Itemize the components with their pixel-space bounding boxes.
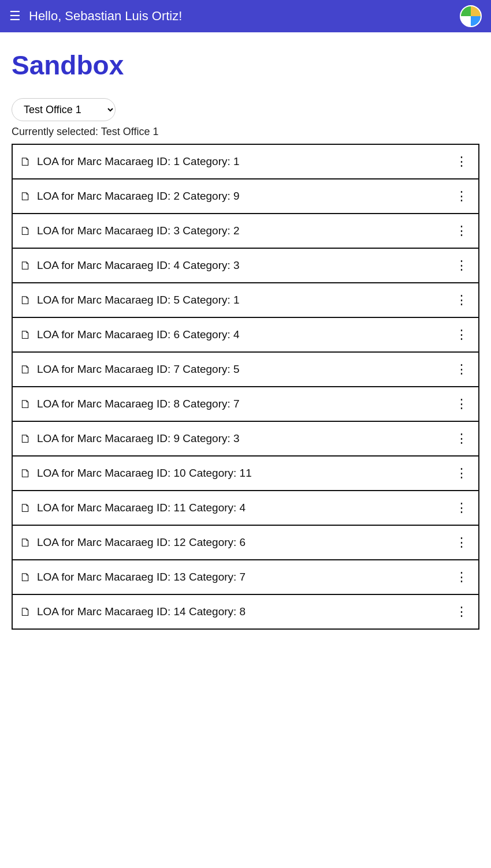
document-label: LOA for Marc Macaraeg ID: 10 Category: 1… <box>37 467 252 480</box>
document-menu-icon[interactable]: ⋮ <box>452 257 471 274</box>
document-menu-icon[interactable]: ⋮ <box>452 153 471 170</box>
list-item[interactable]: 🗋LOA for Marc Macaraeg ID: 4 Category: 3… <box>13 249 478 283</box>
document-label: LOA for Marc Macaraeg ID: 14 Category: 8 <box>37 605 246 618</box>
document-menu-icon[interactable]: ⋮ <box>452 465 471 482</box>
document-icon: 🗋 <box>20 398 31 411</box>
list-item[interactable]: 🗋LOA for Marc Macaraeg ID: 11 Category: … <box>13 491 478 526</box>
document-icon: 🗋 <box>20 502 31 515</box>
page-title: Sandbox <box>12 50 479 81</box>
document-icon: 🗋 <box>20 536 31 549</box>
document-menu-icon[interactable]: ⋮ <box>452 222 471 240</box>
list-item[interactable]: 🗋LOA for Marc Macaraeg ID: 1 Category: 1… <box>13 145 478 179</box>
doc-left: 🗋LOA for Marc Macaraeg ID: 5 Category: 1 <box>20 294 240 307</box>
document-label: LOA for Marc Macaraeg ID: 7 Category: 5 <box>37 363 240 376</box>
page-content: Sandbox Test Office 1 Test Office 2 Test… <box>0 32 491 641</box>
document-label: LOA for Marc Macaraeg ID: 9 Category: 3 <box>37 432 240 445</box>
document-label: LOA for Marc Macaraeg ID: 6 Category: 4 <box>37 328 240 341</box>
document-icon: 🗋 <box>20 155 31 169</box>
header-left: ☰ Hello, Sebastian Luis Ortiz! <box>9 9 182 24</box>
document-icon: 🗋 <box>20 190 31 203</box>
doc-left: 🗋LOA for Marc Macaraeg ID: 1 Category: 1 <box>20 155 240 169</box>
doc-left: 🗋LOA for Marc Macaraeg ID: 9 Category: 3 <box>20 432 240 446</box>
document-menu-icon[interactable]: ⋮ <box>452 361 471 378</box>
doc-left: 🗋LOA for Marc Macaraeg ID: 11 Category: … <box>20 502 246 515</box>
list-item[interactable]: 🗋LOA for Marc Macaraeg ID: 14 Category: … <box>13 595 478 630</box>
document-label: LOA for Marc Macaraeg ID: 8 Category: 7 <box>37 398 240 410</box>
list-item[interactable]: 🗋LOA for Marc Macaraeg ID: 13 Category: … <box>13 560 478 595</box>
doc-left: 🗋LOA for Marc Macaraeg ID: 2 Category: 9 <box>20 190 240 203</box>
document-menu-icon[interactable]: ⋮ <box>452 534 471 551</box>
doc-left: 🗋LOA for Marc Macaraeg ID: 13 Category: … <box>20 571 246 584</box>
hamburger-icon[interactable]: ☰ <box>9 10 21 23</box>
document-icon: 🗋 <box>20 328 31 342</box>
document-menu-icon[interactable]: ⋮ <box>452 291 471 309</box>
app-header: ☰ Hello, Sebastian Luis Ortiz! <box>0 0 491 32</box>
document-icon: 🗋 <box>20 225 31 238</box>
document-icon: 🗋 <box>20 467 31 480</box>
document-label: LOA for Marc Macaraeg ID: 2 Category: 9 <box>37 190 240 203</box>
document-label: LOA for Marc Macaraeg ID: 13 Category: 7 <box>37 571 246 583</box>
list-item[interactable]: 🗋LOA for Marc Macaraeg ID: 12 Category: … <box>13 526 478 560</box>
document-label: LOA for Marc Macaraeg ID: 5 Category: 1 <box>37 294 240 306</box>
doc-left: 🗋LOA for Marc Macaraeg ID: 14 Category: … <box>20 605 246 619</box>
document-menu-icon[interactable]: ⋮ <box>452 326 471 343</box>
document-menu-icon[interactable]: ⋮ <box>452 499 471 517</box>
document-menu-icon[interactable]: ⋮ <box>452 603 471 620</box>
list-item[interactable]: 🗋LOA for Marc Macaraeg ID: 10 Category: … <box>13 457 478 491</box>
document-menu-icon[interactable]: ⋮ <box>452 430 471 447</box>
avatar[interactable] <box>460 5 482 27</box>
doc-left: 🗋LOA for Marc Macaraeg ID: 7 Category: 5 <box>20 363 240 376</box>
list-item[interactable]: 🗋LOA for Marc Macaraeg ID: 5 Category: 1… <box>13 283 478 318</box>
document-label: LOA for Marc Macaraeg ID: 12 Category: 6 <box>37 536 246 549</box>
selected-office-label: Currently selected: Test Office 1 <box>12 126 479 138</box>
list-item[interactable]: 🗋LOA for Marc Macaraeg ID: 2 Category: 9… <box>13 179 478 214</box>
office-select[interactable]: Test Office 1 Test Office 2 Test Office … <box>12 98 116 121</box>
document-icon: 🗋 <box>20 259 31 272</box>
document-label: LOA for Marc Macaraeg ID: 3 Category: 2 <box>37 225 240 237</box>
document-icon: 🗋 <box>20 294 31 307</box>
document-icon: 🗋 <box>20 605 31 619</box>
doc-left: 🗋LOA for Marc Macaraeg ID: 3 Category: 2 <box>20 225 240 238</box>
list-item[interactable]: 🗋LOA for Marc Macaraeg ID: 3 Category: 2… <box>13 214 478 249</box>
document-list: 🗋LOA for Marc Macaraeg ID: 1 Category: 1… <box>12 144 479 630</box>
header-greeting: Hello, Sebastian Luis Ortiz! <box>29 9 182 24</box>
office-selector-wrapper: Test Office 1 Test Office 2 Test Office … <box>12 98 479 121</box>
doc-left: 🗋LOA for Marc Macaraeg ID: 6 Category: 4 <box>20 328 240 342</box>
doc-left: 🗋LOA for Marc Macaraeg ID: 12 Category: … <box>20 536 246 549</box>
doc-left: 🗋LOA for Marc Macaraeg ID: 10 Category: … <box>20 467 252 480</box>
document-label: LOA for Marc Macaraeg ID: 4 Category: 3 <box>37 259 240 272</box>
list-item[interactable]: 🗋LOA for Marc Macaraeg ID: 6 Category: 4… <box>13 318 478 353</box>
list-item[interactable]: 🗋LOA for Marc Macaraeg ID: 9 Category: 3… <box>13 422 478 457</box>
document-menu-icon[interactable]: ⋮ <box>452 188 471 205</box>
document-icon: 🗋 <box>20 432 31 446</box>
document-label: LOA for Marc Macaraeg ID: 1 Category: 1 <box>37 155 240 168</box>
document-label: LOA for Marc Macaraeg ID: 11 Category: 4 <box>37 502 246 514</box>
document-icon: 🗋 <box>20 363 31 376</box>
list-item[interactable]: 🗋LOA for Marc Macaraeg ID: 8 Category: 7… <box>13 387 478 422</box>
document-menu-icon[interactable]: ⋮ <box>452 395 471 413</box>
list-item[interactable]: 🗋LOA for Marc Macaraeg ID: 7 Category: 5… <box>13 353 478 387</box>
document-icon: 🗋 <box>20 571 31 584</box>
doc-left: 🗋LOA for Marc Macaraeg ID: 8 Category: 7 <box>20 398 240 411</box>
document-menu-icon[interactable]: ⋮ <box>452 568 471 586</box>
doc-left: 🗋LOA for Marc Macaraeg ID: 4 Category: 3 <box>20 259 240 272</box>
